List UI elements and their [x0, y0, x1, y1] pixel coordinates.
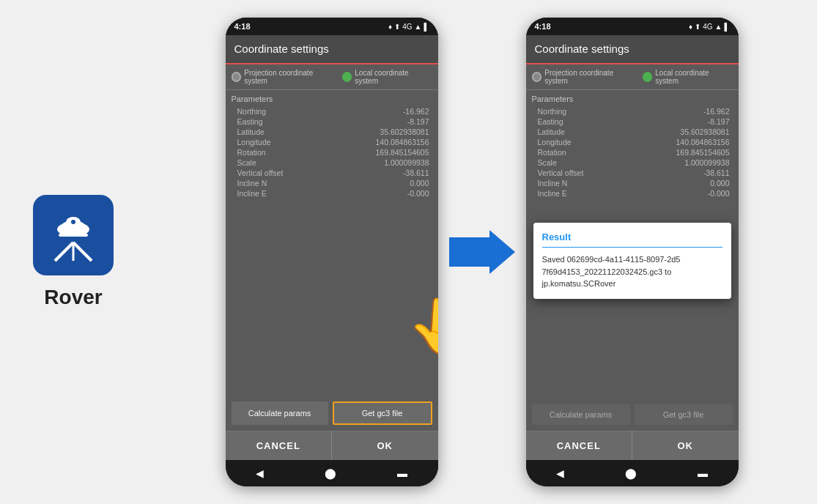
- rover-icon: [44, 206, 103, 264]
- home-icon-1[interactable]: ⬤: [325, 467, 336, 479]
- table-row: Northing-16.962: [532, 106, 733, 116]
- tab-radio-projection-2: [532, 72, 542, 82]
- result-dialog: Result Saved 062699cd-4a11-4115-8097-2d5…: [533, 223, 731, 299]
- param-value: -8.197: [407, 117, 432, 126]
- network-icon-2: 4G: [703, 23, 712, 31]
- tab-row-2: Projection coordinate system Local coord…: [526, 64, 739, 90]
- tab-projection-1[interactable]: Projection coordinate system: [232, 69, 336, 85]
- tab-projection-label-1: Projection coordinate system: [244, 69, 336, 85]
- app-title-bar-2: Coordinate settings: [526, 35, 739, 64]
- param-name: Northing: [232, 107, 267, 116]
- table-row: Incline E-0.000: [532, 188, 733, 199]
- app-logo: [33, 195, 114, 275]
- table-row: Rotation169.845154605: [532, 147, 733, 158]
- params-list-2: Northing-16.962Easting-8.197Latitude35.6…: [532, 106, 733, 199]
- param-name: Easting: [532, 117, 563, 126]
- ok-button-1[interactable]: OK: [331, 431, 438, 460]
- param-name: Longitude: [532, 138, 572, 147]
- status-icons-1: ♦ ⬆ 4G ▲ ▌: [388, 23, 429, 31]
- param-value: -0.000: [407, 189, 432, 198]
- result-text: Saved 062699cd-4a11-4115-8097-2d5 7f69d4…: [542, 253, 722, 290]
- param-value: 1.000099938: [384, 158, 432, 167]
- param-value: 0.000: [410, 179, 432, 188]
- result-title: Result: [542, 231, 722, 248]
- param-name: Longitude: [232, 138, 271, 147]
- phone-1: 4:18 ♦ ⬆ 4G ▲ ▌ Coordinate settings Proj…: [226, 18, 438, 486]
- table-row: Latitude35.602938081: [232, 127, 432, 137]
- battery-icon: ♦: [388, 23, 392, 31]
- status-bar-2: 4:18 ♦ ⬆ 4G ▲ ▌: [526, 18, 739, 35]
- table-row: Incline N0.000: [232, 178, 432, 188]
- tab-local-1[interactable]: Local coordinate system: [342, 69, 432, 85]
- tab-local-label-1: Local coordinate system: [355, 69, 432, 85]
- param-value: 35.602938081: [380, 127, 432, 136]
- signal-icon-2: ⬆: [695, 23, 700, 31]
- param-value: 1.000099938: [684, 158, 732, 167]
- param-name: Incline N: [232, 179, 267, 188]
- tab-projection-label-2: Projection coordinate system: [544, 69, 636, 85]
- ok-button-2[interactable]: OK: [632, 431, 739, 460]
- get-gc3-button-1[interactable]: Get gc3 file: [333, 401, 432, 425]
- nav-buttons-1: CANCEL OK: [226, 431, 438, 460]
- param-value: -0.000: [708, 189, 733, 198]
- param-name: Northing: [532, 107, 567, 116]
- time-2: 4:18: [535, 22, 551, 31]
- tab-local-label-2: Local coordinate system: [655, 69, 732, 85]
- logo-label: Rover: [44, 286, 102, 309]
- phone-bottom-1: ◀ ⬤ ▬: [226, 460, 438, 486]
- param-name: Vertical offset: [532, 168, 584, 177]
- tab-local-2[interactable]: Local coordinate system: [643, 69, 733, 85]
- cancel-button-2[interactable]: CANCEL: [526, 431, 632, 460]
- back-icon-2[interactable]: ◀: [556, 467, 564, 479]
- home-icon-2[interactable]: ⬤: [625, 467, 637, 479]
- table-row: Easting-8.197: [232, 116, 432, 127]
- phone-2: 4:18 ♦ ⬆ 4G ▲ ▌ Coordinate settings Proj…: [526, 18, 739, 486]
- table-row: Scale1.000099938: [532, 158, 733, 168]
- battery-full-icon: ▌: [424, 23, 429, 31]
- network-icon: 4G: [402, 23, 412, 31]
- param-value: -38.611: [403, 168, 432, 177]
- arrow-container: [446, 230, 519, 274]
- params-label-1: Parameters: [232, 94, 432, 103]
- param-value: -16.962: [703, 107, 733, 116]
- cancel-button-1[interactable]: CANCEL: [226, 431, 332, 460]
- table-row: Vertical offset-38.611: [232, 168, 432, 178]
- tab-row-1: Projection coordinate system Local coord…: [226, 64, 438, 90]
- battery-icon-2: ♦: [689, 23, 692, 31]
- table-row: Scale1.000099938: [232, 158, 432, 168]
- screens-container: 4:18 ♦ ⬆ 4G ▲ ▌ Coordinate settings Proj…: [147, 0, 817, 504]
- status-icons-2: ♦ ⬆ 4G ▲ ▌: [689, 23, 729, 31]
- recent-icon-1[interactable]: ▬: [397, 467, 407, 479]
- table-row: Incline N0.000: [532, 178, 733, 188]
- param-value: 0.000: [710, 179, 732, 188]
- tab-projection-2[interactable]: Projection coordinate system: [532, 69, 637, 85]
- param-name: Scale: [232, 158, 256, 167]
- action-buttons-1: Calculate params Get gc3 file: [226, 396, 438, 431]
- battery-full-icon-2: ▌: [724, 23, 729, 31]
- table-row: Rotation169.845154605: [232, 147, 432, 158]
- tab-radio-local-1: [342, 72, 352, 82]
- table-row: Northing-16.962: [232, 106, 432, 116]
- hand-cursor: ✋: [405, 296, 438, 355]
- table-row: Latitude35.602938081: [532, 127, 733, 137]
- table-row: Longitude140.084863156: [232, 137, 432, 147]
- wifi-icon: ▲: [415, 23, 422, 31]
- param-value: -38.611: [703, 168, 733, 177]
- signal-icon: ⬆: [394, 23, 400, 31]
- app-title-bar-1: Coordinate settings: [226, 35, 438, 64]
- param-name: Rotation: [532, 148, 566, 157]
- recent-icon-2[interactable]: ▬: [698, 467, 708, 479]
- param-name: Latitude: [532, 127, 565, 136]
- tab-radio-local-2: [643, 72, 653, 82]
- param-name: Incline N: [532, 179, 568, 188]
- calculate-params-button-1[interactable]: Calculate params: [232, 401, 328, 425]
- param-name: Scale: [532, 158, 557, 167]
- back-icon-1[interactable]: ◀: [256, 467, 264, 479]
- param-value: 35.602938081: [680, 127, 732, 136]
- table-row: Incline E-0.000: [232, 188, 432, 199]
- app-content-2: Coordinate settings Projection coordinat…: [526, 35, 739, 460]
- app-title-1: Coordinate settings: [234, 42, 329, 55]
- param-value: 140.084863156: [676, 138, 733, 147]
- status-bar-1: 4:18 ♦ ⬆ 4G ▲ ▌: [226, 18, 438, 35]
- get-gc3-button-2: Get gc3 file: [635, 404, 733, 425]
